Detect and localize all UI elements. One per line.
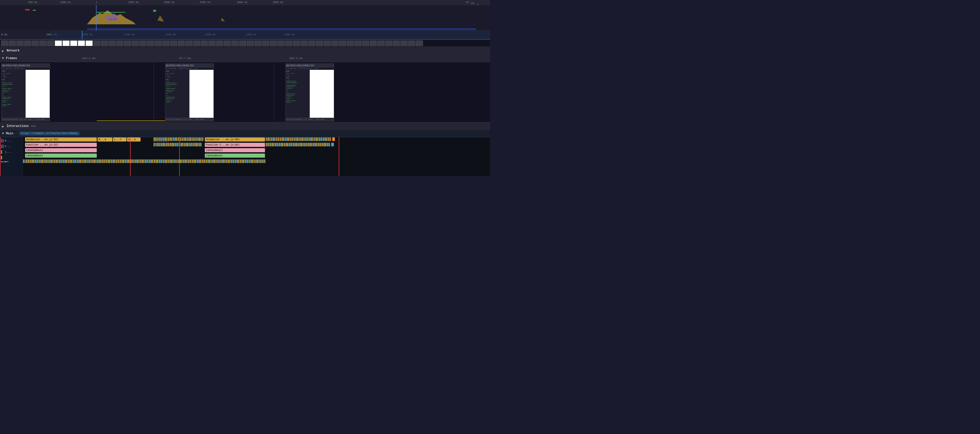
flame-anon-1[interactable]: (anonymous) bbox=[25, 148, 97, 152]
thumb-13 bbox=[132, 40, 139, 46]
thumb-6 bbox=[40, 40, 46, 46]
overview-ruler: 500 ms 1000 ms 1 1500 ms 2000 ms 2500 ms… bbox=[0, 0, 490, 5]
dense-blocks-row2-right bbox=[266, 143, 342, 147]
thumbnail-strip bbox=[0, 40, 490, 47]
thumb-8 bbox=[93, 40, 100, 46]
interactions-section-header[interactable]: ▶ Interactions nse bbox=[0, 122, 490, 130]
thumb-12 bbox=[124, 40, 131, 46]
detail-ruler: 0 ms 1000 ms 1050 ms 1100 ms 1150 ms 120… bbox=[0, 31, 490, 40]
flame-ue-1[interactable]: U...e bbox=[127, 137, 140, 141]
thumb-34 bbox=[293, 40, 300, 46]
thumb-20 bbox=[185, 40, 192, 46]
ruler-mark-1000: 1000 ms bbox=[60, 1, 71, 4]
frames-divider-2 bbox=[274, 62, 274, 122]
thumb-1 bbox=[1, 40, 8, 46]
thumb-39 bbox=[331, 40, 339, 46]
interactions-expand-arrow: ▶ bbox=[2, 125, 5, 128]
thumb-14 bbox=[139, 40, 146, 46]
thumb-29 bbox=[255, 40, 262, 46]
thumb-active-5 bbox=[86, 40, 93, 46]
flame-animation-1[interactable]: Animation...en.js:52) bbox=[25, 137, 97, 141]
screenshot-1-toolbar: ConsoleAssetsAnimations ● set...pen...XO… bbox=[1, 118, 50, 121]
thumb-42 bbox=[354, 40, 361, 46]
detail-playhead[interactable] bbox=[82, 31, 83, 39]
thumb-15 bbox=[147, 40, 154, 46]
main-header: ▼ Main — https://codepen.io/JoeyCai/pen/… bbox=[0, 130, 490, 137]
flame-anon-green-2[interactable]: (anonymous) bbox=[205, 154, 265, 157]
frame-timing-2: 97.7 ms bbox=[179, 57, 191, 60]
ruler-right-2: CH bbox=[471, 2, 474, 5]
flame-lt-1[interactable]: L...t bbox=[113, 137, 126, 141]
flame-function-2[interactable]: Function C...en.js:66) bbox=[205, 143, 265, 147]
thumb-active-4 bbox=[78, 40, 85, 46]
flame-bottom-dense bbox=[23, 159, 490, 175]
screenshot-3-toolbar: ConsoleAssetsAnimations ● set...XOwXwy..… bbox=[285, 118, 334, 121]
thumb-45 bbox=[377, 40, 385, 46]
thumb-17 bbox=[162, 40, 169, 46]
thumb-9 bbox=[101, 40, 108, 46]
ruler-mark-2500: 2500 ms bbox=[200, 1, 210, 4]
ruler-mark-500: 500 ms bbox=[28, 1, 37, 4]
thumb-19 bbox=[178, 40, 185, 46]
ruler-mark-2000: 2000 ms bbox=[164, 1, 175, 4]
thumb-2 bbox=[9, 40, 16, 46]
network-expand-arrow: ▶ bbox=[2, 49, 5, 52]
frames-content: ⚙ db Sort ⌘ Fork ✦ Settings Chi ● setTim… bbox=[0, 62, 490, 122]
main-expand-arrow[interactable]: ▼ bbox=[2, 132, 4, 135]
flame-function-1[interactable]: Function ...en.js:52) bbox=[25, 143, 97, 147]
thumb-25 bbox=[224, 40, 231, 46]
frames-expand-arrow[interactable]: ▼ bbox=[2, 57, 4, 60]
interactions-label: Interactions bbox=[6, 124, 29, 128]
thumb-35 bbox=[301, 40, 308, 46]
thumb-27 bbox=[239, 40, 246, 46]
main-url: https://codepen.io/JoeyCai/pen/XOwXwy bbox=[19, 132, 80, 135]
frames-section: ▼ Frames 123.1 ms 97.7 ms 382.5 ms ⚙ db … bbox=[0, 54, 490, 122]
frame-screenshot-2: ⚙ db Sort ⌘ Fork ✦ Settings Chi ● setTim… bbox=[165, 64, 214, 120]
flame-re-1[interactable]: R...e bbox=[97, 137, 112, 141]
thumb-43 bbox=[362, 40, 369, 46]
thumb-7 bbox=[47, 40, 54, 46]
thumb-44 bbox=[370, 40, 377, 46]
thumb-active-2 bbox=[62, 40, 70, 46]
thumb-33 bbox=[285, 40, 292, 46]
dense-blocks-row2 bbox=[154, 143, 204, 147]
thumb-4 bbox=[24, 40, 31, 46]
frame-timing-3: 382.5 ms bbox=[289, 57, 303, 60]
network-label: Network bbox=[6, 49, 19, 52]
flame-anon-green-1[interactable]: (anonymous) bbox=[25, 154, 97, 157]
flame-anon-2[interactable]: (anonymous) bbox=[205, 148, 265, 152]
ruler-mark-3500: 3500 ms bbox=[273, 1, 283, 4]
thumb-18 bbox=[170, 40, 177, 46]
dense-blocks-2 bbox=[266, 137, 342, 141]
thumb-28 bbox=[247, 40, 254, 46]
main-dash: — bbox=[15, 132, 17, 135]
thumb-21 bbox=[193, 40, 200, 46]
frame-screenshot-1: ⚙ db Sort ⌘ Fork ✦ Settings Chi ● setTim… bbox=[1, 64, 50, 120]
ruler-right-1: FI bbox=[466, 1, 469, 4]
thumb-24 bbox=[216, 40, 223, 46]
thumb-38 bbox=[324, 40, 331, 46]
network-section-header[interactable]: ▶ Network bbox=[0, 47, 490, 54]
main-label: Main bbox=[6, 132, 13, 135]
flame-row-4: (anonymous) (anonymous) bbox=[23, 153, 490, 158]
flame-row-2: Function ...en.js:52) Function C...en.js… bbox=[23, 143, 490, 148]
thumb-11 bbox=[116, 40, 123, 46]
thumb-48 bbox=[400, 40, 407, 46]
frames-header[interactable]: ▼ Frames 123.1 ms 97.7 ms 382.5 ms bbox=[0, 54, 490, 62]
thumb-47 bbox=[393, 40, 400, 46]
flame-animation-2[interactable]: Animation ...en.js:66) bbox=[205, 137, 265, 141]
screenshot-2-toolbar: ConsoleAssetsAnimations ● set...XOwXwy..… bbox=[165, 118, 214, 121]
frame-screenshot-3: ⚙ db Sort ⌘ Fork ✦ Settings Chi ● setTim… bbox=[285, 64, 334, 120]
thumb-5 bbox=[32, 40, 39, 46]
thumb-active-3 bbox=[70, 40, 77, 46]
thumb-26 bbox=[231, 40, 239, 46]
thumb-32 bbox=[277, 40, 285, 46]
thumb-22 bbox=[201, 40, 208, 46]
thumb-37 bbox=[316, 40, 323, 46]
flame-row-3: (anonymous) (anonymous) bbox=[23, 148, 490, 153]
main-left-panel: E... F... (... bbox=[0, 137, 23, 176]
thumb-40 bbox=[339, 40, 346, 46]
thumb-16 bbox=[154, 40, 162, 46]
thumb-30 bbox=[262, 40, 269, 46]
timeline-selection[interactable] bbox=[51, 31, 490, 39]
